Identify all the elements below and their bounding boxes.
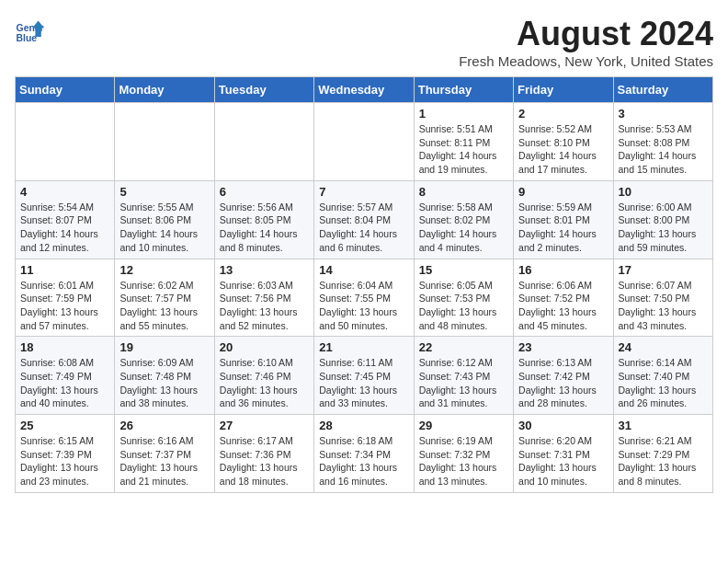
day-number: 31 xyxy=(619,419,708,432)
day-info: Sunrise: 6:18 AM Sunset: 7:34 PM Dayligh… xyxy=(319,434,408,488)
page-header: General Blue August 2024 Fresh Meadows, … xyxy=(15,15,713,69)
calendar-cell: 7Sunrise: 5:57 AM Sunset: 8:04 PM Daylig… xyxy=(314,180,414,259)
day-info: Sunrise: 6:13 AM Sunset: 7:42 PM Dayligh… xyxy=(518,356,608,410)
day-number: 8 xyxy=(419,185,508,199)
day-number: 3 xyxy=(619,107,708,121)
day-number: 14 xyxy=(319,263,408,277)
day-number: 12 xyxy=(119,263,209,277)
day-number: 9 xyxy=(518,185,608,199)
calendar-cell xyxy=(214,103,313,181)
calendar-cell: 10Sunrise: 6:00 AM Sunset: 8:00 PM Dayli… xyxy=(613,180,712,259)
day-info: Sunrise: 5:56 AM Sunset: 8:05 PM Dayligh… xyxy=(220,201,309,255)
day-info: Sunrise: 6:00 AM Sunset: 8:00 PM Dayligh… xyxy=(619,201,708,255)
day-number: 25 xyxy=(20,419,109,432)
day-info: Sunrise: 6:12 AM Sunset: 7:43 PM Dayligh… xyxy=(419,356,508,410)
day-info: Sunrise: 6:02 AM Sunset: 7:57 PM Dayligh… xyxy=(119,279,209,333)
day-info: Sunrise: 6:14 AM Sunset: 7:40 PM Dayligh… xyxy=(619,356,708,410)
calendar-table: SundayMondayTuesdayWednesdayThursdayFrid… xyxy=(15,76,713,493)
day-info: Sunrise: 5:57 AM Sunset: 8:04 PM Dayligh… xyxy=(319,201,408,255)
calendar-cell: 1Sunrise: 5:51 AM Sunset: 8:11 PM Daylig… xyxy=(414,103,513,181)
calendar-cell: 24Sunrise: 6:14 AM Sunset: 7:40 PM Dayli… xyxy=(613,337,712,415)
calendar-cell: 17Sunrise: 6:07 AM Sunset: 7:50 PM Dayli… xyxy=(613,259,712,337)
calendar-cell xyxy=(16,103,115,181)
day-number: 28 xyxy=(319,419,408,432)
weekday-header: Saturday xyxy=(613,77,712,103)
day-info: Sunrise: 6:06 AM Sunset: 7:52 PM Dayligh… xyxy=(518,279,608,333)
day-info: Sunrise: 5:53 AM Sunset: 8:08 PM Dayligh… xyxy=(619,122,708,177)
calendar-cell: 9Sunrise: 5:59 AM Sunset: 8:01 PM Daylig… xyxy=(514,180,613,259)
calendar-header-row: SundayMondayTuesdayWednesdayThursdayFrid… xyxy=(16,77,713,103)
weekday-header: Monday xyxy=(115,77,214,103)
calendar-cell: 4Sunrise: 5:54 AM Sunset: 8:07 PM Daylig… xyxy=(16,180,115,259)
calendar-week-row: 11Sunrise: 6:01 AM Sunset: 7:59 PM Dayli… xyxy=(16,259,713,337)
calendar-cell xyxy=(314,103,414,181)
calendar-cell: 27Sunrise: 6:17 AM Sunset: 7:36 PM Dayli… xyxy=(214,415,313,493)
calendar-week-row: 1Sunrise: 5:51 AM Sunset: 8:11 PM Daylig… xyxy=(16,103,713,181)
day-number: 7 xyxy=(319,185,408,199)
calendar-cell: 18Sunrise: 6:08 AM Sunset: 7:49 PM Dayli… xyxy=(16,337,115,415)
weekday-header: Thursday xyxy=(414,77,513,103)
month-year-title: August 2024 xyxy=(459,15,713,53)
day-info: Sunrise: 5:52 AM Sunset: 8:10 PM Dayligh… xyxy=(518,122,608,177)
day-info: Sunrise: 6:15 AM Sunset: 7:39 PM Dayligh… xyxy=(20,434,109,488)
calendar-cell: 6Sunrise: 5:56 AM Sunset: 8:05 PM Daylig… xyxy=(214,180,313,259)
day-number: 29 xyxy=(419,419,508,432)
day-info: Sunrise: 5:58 AM Sunset: 8:02 PM Dayligh… xyxy=(419,201,508,255)
calendar-cell: 13Sunrise: 6:03 AM Sunset: 7:56 PM Dayli… xyxy=(214,259,313,337)
day-info: Sunrise: 5:54 AM Sunset: 8:07 PM Dayligh… xyxy=(20,201,109,255)
calendar-cell: 14Sunrise: 6:04 AM Sunset: 7:55 PM Dayli… xyxy=(314,259,414,337)
day-number: 30 xyxy=(518,419,608,432)
day-number: 6 xyxy=(220,185,309,199)
calendar-cell: 12Sunrise: 6:02 AM Sunset: 7:57 PM Dayli… xyxy=(115,259,214,337)
calendar-week-row: 4Sunrise: 5:54 AM Sunset: 8:07 PM Daylig… xyxy=(16,180,713,259)
day-number: 17 xyxy=(619,263,708,277)
calendar-cell: 31Sunrise: 6:21 AM Sunset: 7:29 PM Dayli… xyxy=(613,415,712,493)
calendar-cell: 25Sunrise: 6:15 AM Sunset: 7:39 PM Dayli… xyxy=(16,415,115,493)
day-info: Sunrise: 6:05 AM Sunset: 7:53 PM Dayligh… xyxy=(419,279,508,333)
day-number: 1 xyxy=(419,107,508,121)
day-number: 24 xyxy=(619,340,708,354)
day-number: 16 xyxy=(518,263,608,277)
weekday-header: Tuesday xyxy=(214,77,313,103)
day-info: Sunrise: 6:20 AM Sunset: 7:31 PM Dayligh… xyxy=(518,434,608,488)
calendar-cell: 15Sunrise: 6:05 AM Sunset: 7:53 PM Dayli… xyxy=(414,259,513,337)
calendar-cell: 19Sunrise: 6:09 AM Sunset: 7:48 PM Dayli… xyxy=(115,337,214,415)
calendar-cell: 2Sunrise: 5:52 AM Sunset: 8:10 PM Daylig… xyxy=(514,103,613,181)
day-number: 5 xyxy=(119,185,209,199)
logo-icon: General Blue xyxy=(15,15,44,44)
day-info: Sunrise: 6:19 AM Sunset: 7:32 PM Dayligh… xyxy=(419,434,508,488)
calendar-cell: 21Sunrise: 6:11 AM Sunset: 7:45 PM Dayli… xyxy=(314,337,414,415)
calendar-cell: 3Sunrise: 5:53 AM Sunset: 8:08 PM Daylig… xyxy=(613,103,712,181)
day-info: Sunrise: 6:09 AM Sunset: 7:48 PM Dayligh… xyxy=(119,356,209,410)
day-number: 21 xyxy=(319,340,408,354)
title-block: August 2024 Fresh Meadows, New York, Uni… xyxy=(459,15,713,69)
calendar-cell: 8Sunrise: 5:58 AM Sunset: 8:02 PM Daylig… xyxy=(414,180,513,259)
day-info: Sunrise: 6:21 AM Sunset: 7:29 PM Dayligh… xyxy=(619,434,708,488)
calendar-cell: 28Sunrise: 6:18 AM Sunset: 7:34 PM Dayli… xyxy=(314,415,414,493)
day-number: 27 xyxy=(220,419,309,432)
calendar-week-row: 25Sunrise: 6:15 AM Sunset: 7:39 PM Dayli… xyxy=(16,415,713,493)
day-number: 22 xyxy=(419,340,508,354)
weekday-header: Wednesday xyxy=(314,77,414,103)
calendar-cell: 5Sunrise: 5:55 AM Sunset: 8:06 PM Daylig… xyxy=(115,180,214,259)
day-number: 23 xyxy=(518,340,608,354)
day-info: Sunrise: 6:16 AM Sunset: 7:37 PM Dayligh… xyxy=(119,434,209,488)
calendar-cell: 29Sunrise: 6:19 AM Sunset: 7:32 PM Dayli… xyxy=(414,415,513,493)
day-info: Sunrise: 6:04 AM Sunset: 7:55 PM Dayligh… xyxy=(319,279,408,333)
calendar-cell: 11Sunrise: 6:01 AM Sunset: 7:59 PM Dayli… xyxy=(16,259,115,337)
day-number: 26 xyxy=(119,419,209,432)
day-info: Sunrise: 6:03 AM Sunset: 7:56 PM Dayligh… xyxy=(220,279,309,333)
day-info: Sunrise: 6:08 AM Sunset: 7:49 PM Dayligh… xyxy=(20,356,109,410)
calendar-cell: 16Sunrise: 6:06 AM Sunset: 7:52 PM Dayli… xyxy=(514,259,613,337)
calendar-cell: 23Sunrise: 6:13 AM Sunset: 7:42 PM Dayli… xyxy=(514,337,613,415)
calendar-cell xyxy=(115,103,214,181)
day-number: 20 xyxy=(220,340,309,354)
day-info: Sunrise: 5:51 AM Sunset: 8:11 PM Dayligh… xyxy=(419,122,508,177)
day-info: Sunrise: 5:59 AM Sunset: 8:01 PM Dayligh… xyxy=(518,201,608,255)
calendar-week-row: 18Sunrise: 6:08 AM Sunset: 7:49 PM Dayli… xyxy=(16,337,713,415)
day-info: Sunrise: 6:17 AM Sunset: 7:36 PM Dayligh… xyxy=(220,434,309,488)
day-number: 19 xyxy=(119,340,209,354)
day-number: 2 xyxy=(518,107,608,121)
calendar-cell: 30Sunrise: 6:20 AM Sunset: 7:31 PM Dayli… xyxy=(514,415,613,493)
weekday-header: Sunday xyxy=(16,77,115,103)
